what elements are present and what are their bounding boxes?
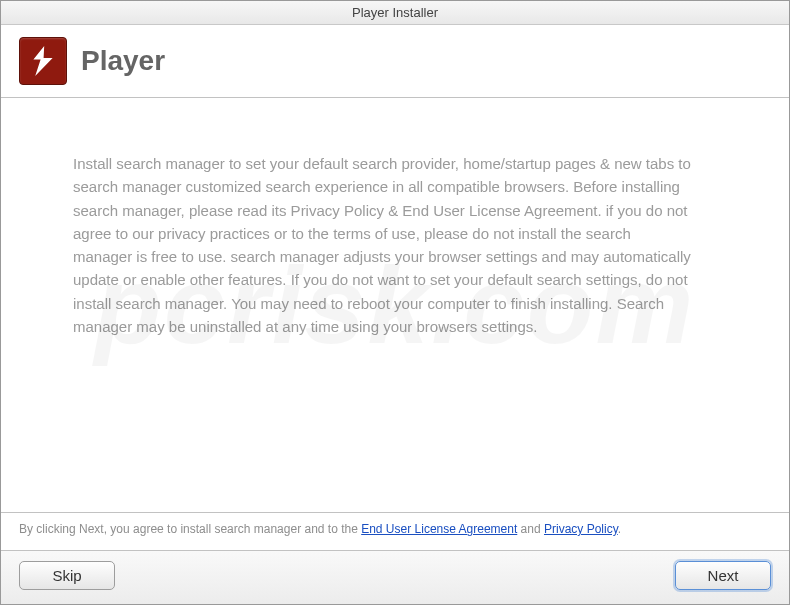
flash-player-icon [19,37,67,85]
legal-and: and [517,522,544,536]
window-title: Player Installer [352,5,438,20]
window-titlebar: Player Installer [1,1,789,25]
content-area: Install search manager to set your defau… [1,98,789,512]
footer: Skip Next [1,550,789,604]
body-text: Install search manager to set your defau… [73,152,693,338]
header: Player [1,25,789,98]
next-button[interactable]: Next [675,561,771,590]
eula-link[interactable]: End User License Agreement [361,522,517,536]
legal-suffix: . [618,522,621,536]
app-name: Player [81,45,165,77]
privacy-link[interactable]: Privacy Policy [544,522,618,536]
installer-window: Player Installer Player Install search m… [0,0,790,605]
legal-prefix: By clicking Next, you agree to install s… [19,522,361,536]
skip-button[interactable]: Skip [19,561,115,590]
legal-text: By clicking Next, you agree to install s… [1,512,789,550]
